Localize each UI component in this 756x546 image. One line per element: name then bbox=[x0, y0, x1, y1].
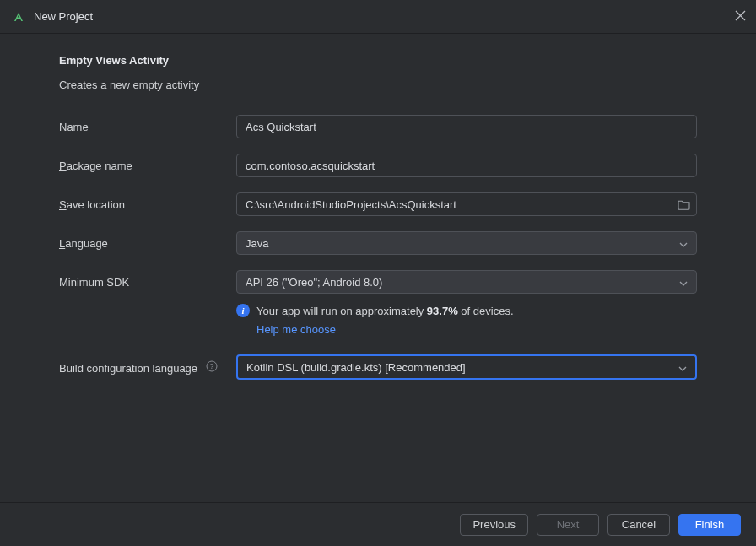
svg-text:?: ? bbox=[209, 362, 213, 370]
cancel-button[interactable]: Cancel bbox=[608, 514, 670, 536]
row-package: Package name bbox=[59, 154, 697, 177]
language-value: Java bbox=[246, 237, 268, 250]
save-location-input[interactable] bbox=[236, 192, 697, 216]
chevron-down-icon bbox=[678, 361, 687, 374]
name-input[interactable] bbox=[236, 115, 697, 138]
device-coverage-info: i Your app will run on approximately 93.… bbox=[236, 304, 697, 338]
help-icon[interactable]: ? bbox=[206, 360, 218, 372]
info-text: Your app will run on approximately 93.7%… bbox=[256, 304, 514, 338]
titlebar: New Project bbox=[0, 0, 756, 34]
label-build-config: Build configuration language ? bbox=[59, 360, 236, 375]
row-name: Name bbox=[59, 115, 697, 138]
label-language: Language bbox=[59, 237, 236, 250]
label-min-sdk: Minimum SDK bbox=[59, 276, 236, 289]
page-description: Creates a new empty activity bbox=[59, 78, 697, 91]
browse-folder-icon[interactable] bbox=[678, 199, 690, 210]
window-title: New Project bbox=[34, 10, 93, 23]
content-area: Empty Views Activity Creates a new empty… bbox=[0, 34, 756, 380]
row-min-sdk: Minimum SDK API 26 ("Oreo"; Android 8.0) bbox=[59, 270, 697, 294]
row-language: Language Java bbox=[59, 231, 697, 255]
package-input[interactable] bbox=[236, 154, 697, 177]
next-button: Next bbox=[537, 514, 599, 536]
close-icon[interactable] bbox=[735, 10, 746, 24]
row-build-config: Build configuration language ? Kotlin DS… bbox=[59, 354, 697, 380]
android-studio-icon bbox=[12, 10, 25, 24]
language-select[interactable]: Java bbox=[236, 231, 697, 255]
finish-button[interactable]: Finish bbox=[678, 514, 741, 536]
label-package: Package name bbox=[59, 159, 236, 172]
page-heading: Empty Views Activity bbox=[59, 54, 697, 67]
min-sdk-select[interactable]: API 26 ("Oreo"; Android 8.0) bbox=[236, 270, 697, 294]
chevron-down-icon bbox=[679, 237, 688, 250]
footer: Previous Next Cancel Finish bbox=[0, 502, 756, 546]
min-sdk-value: API 26 ("Oreo"; Android 8.0) bbox=[246, 276, 382, 289]
help-me-choose-link[interactable]: Help me choose bbox=[256, 322, 336, 338]
label-name: Name bbox=[59, 121, 236, 133]
chevron-down-icon bbox=[679, 276, 688, 289]
label-save-location: Save location bbox=[59, 198, 236, 211]
build-config-value: Kotlin DSL (build.gradle.kts) [Recommend… bbox=[246, 361, 466, 374]
build-config-select[interactable]: Kotlin DSL (build.gradle.kts) [Recommend… bbox=[236, 354, 697, 380]
info-icon: i bbox=[236, 304, 250, 317]
previous-button[interactable]: Previous bbox=[460, 514, 528, 536]
row-save-location: Save location bbox=[59, 192, 697, 216]
